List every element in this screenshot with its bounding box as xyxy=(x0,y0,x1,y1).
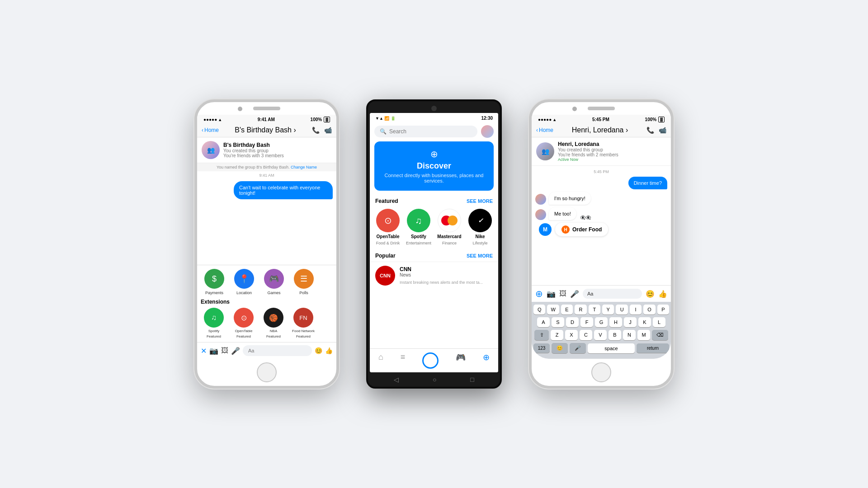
key-F[interactable]: F xyxy=(580,317,593,327)
ext-nba[interactable]: 🏀 NBA Featured xyxy=(260,308,287,338)
android-spacer xyxy=(370,289,498,348)
discover-banner[interactable]: ⊕ Discover Connect directly with busines… xyxy=(374,141,494,191)
android-center: ▼▲ 📶 🔋 12:30 🔍 Search ⊕ Discover Connect… xyxy=(366,99,502,389)
key-space[interactable]: space xyxy=(588,343,635,353)
camera-icon-left[interactable]: 📷 xyxy=(209,347,218,355)
opentable-feat-icon: ⊙ xyxy=(376,209,400,232)
keyboard-row-bottom: 123 😊 🎤 space return xyxy=(533,343,669,353)
phone-icon-right[interactable]: 📞 xyxy=(646,127,654,134)
key-U[interactable]: U xyxy=(616,305,627,314)
key-delete[interactable]: ⌫ xyxy=(652,330,668,340)
key-G[interactable]: G xyxy=(595,317,608,327)
plus-icon-right[interactable]: ⊕ xyxy=(535,288,543,299)
compose-nav-button[interactable] xyxy=(422,352,439,369)
back-button-right[interactable]: ‹ Home xyxy=(536,127,553,133)
photo-icon-left[interactable]: 🖼 xyxy=(221,347,228,355)
featured-spotify[interactable]: ♫ Spotify Entertainment xyxy=(406,209,431,245)
key-X[interactable]: X xyxy=(565,330,578,340)
key-I[interactable]: I xyxy=(630,305,642,314)
featured-opentable[interactable]: ⊙ OpenTable Food & Drink xyxy=(375,209,401,245)
emoji-icon-left[interactable]: 😊 xyxy=(315,347,322,354)
see-more-popular[interactable]: SEE MORE xyxy=(467,253,493,258)
key-M[interactable]: M xyxy=(637,330,650,340)
quick-action-games[interactable]: 🎮 Games xyxy=(260,269,288,295)
keyboard-row-2: A S D F G H J K L xyxy=(533,317,669,327)
key-P[interactable]: P xyxy=(657,305,669,314)
home-nav-icon[interactable]: ⌂ xyxy=(378,352,383,369)
rename-link[interactable]: Change Name xyxy=(291,165,317,169)
close-icon-left[interactable]: ✕ xyxy=(201,347,207,355)
game-nav-icon[interactable]: 🎮 xyxy=(456,352,466,369)
key-return[interactable]: return xyxy=(637,343,669,353)
key-E[interactable]: E xyxy=(561,305,573,314)
recents-hw-button[interactable]: □ xyxy=(470,376,474,383)
featured-nike[interactable]: ✓ Nike Lifestyle xyxy=(467,209,493,245)
key-R[interactable]: R xyxy=(575,305,586,314)
user-avatar-android[interactable] xyxy=(481,125,494,138)
home-button-right[interactable] xyxy=(591,362,611,382)
quick-action-location[interactable]: 📍 Location xyxy=(231,269,258,295)
key-C[interactable]: C xyxy=(580,330,592,340)
key-S[interactable]: S xyxy=(552,317,564,327)
video-icon-right[interactable]: 📹 xyxy=(659,127,666,134)
emoji-icon-right[interactable]: 😊 xyxy=(646,290,655,298)
key-W[interactable]: W xyxy=(547,305,559,314)
key-D[interactable]: D xyxy=(566,317,579,327)
key-J[interactable]: J xyxy=(624,317,637,327)
video-icon-left[interactable]: 📹 xyxy=(324,127,332,134)
ext-opentable[interactable]: ⊙ OpenTable Featured xyxy=(231,308,257,338)
key-B[interactable]: B xyxy=(609,330,621,340)
order-food-badge[interactable]: H Order Food xyxy=(555,223,608,236)
ext-spotify[interactable]: ♫ Spotify Featured xyxy=(201,308,227,338)
group-name-left: B's Birthday Bash xyxy=(223,142,284,148)
key-V[interactable]: V xyxy=(594,330,607,340)
nav-title-text-right: Henri, Loredana xyxy=(572,126,624,134)
iphone-right-screen: ●●●●● ▲ 5:45 PM 100% ▓ ‹ Home Henri, Lor… xyxy=(532,115,671,359)
home-hw-button[interactable]: ○ xyxy=(433,376,436,383)
list-nav-icon[interactable]: ≡ xyxy=(401,352,406,369)
home-button-left[interactable] xyxy=(257,362,277,382)
back-label-right[interactable]: Home xyxy=(539,127,553,133)
key-K[interactable]: K xyxy=(638,317,651,327)
key-mic[interactable]: 🎤 xyxy=(570,343,586,353)
camera-icon-right[interactable]: 📷 xyxy=(547,290,556,298)
key-T[interactable]: T xyxy=(589,305,600,314)
quick-action-payments[interactable]: $ Payments xyxy=(201,269,228,295)
key-H[interactable]: H xyxy=(609,317,622,327)
thumbsup-icon-right[interactable]: 👍 xyxy=(658,290,667,298)
see-more-featured[interactable]: SEE MORE xyxy=(467,198,493,204)
search-input-android[interactable]: 🔍 Search xyxy=(374,126,477,137)
mic-icon-right[interactable]: 🎤 xyxy=(570,290,579,298)
key-shift[interactable]: ⇧ xyxy=(534,330,549,340)
ext-foodnetwork[interactable]: FN Food Network Featured xyxy=(290,308,316,338)
quick-action-polls[interactable]: ☰ Polls xyxy=(290,269,317,295)
nav-bar-left: ‹ Home B's Birthday Bash › 📞 📹 xyxy=(197,123,336,137)
key-emoji[interactable]: 😊 xyxy=(552,343,568,353)
games-label: Games xyxy=(267,291,280,295)
discover-nav-icon[interactable]: ⊕ xyxy=(483,352,490,369)
thumbsup-icon-left[interactable]: 👍 xyxy=(325,347,333,354)
popular-cnn[interactable]: CNN CNN News Instant breaking news alert… xyxy=(370,262,498,289)
back-hw-button[interactable]: ◁ xyxy=(394,376,399,383)
key-123[interactable]: 123 xyxy=(533,343,550,353)
key-Z[interactable]: Z xyxy=(551,330,563,340)
message-input-right[interactable]: Aa xyxy=(583,289,642,299)
back-label-left[interactable]: Home xyxy=(204,127,219,133)
key-A[interactable]: A xyxy=(537,317,550,327)
mic-icon-left[interactable]: 🎤 xyxy=(231,347,240,355)
polls-icon: ☰ xyxy=(294,269,314,289)
key-L[interactable]: L xyxy=(653,317,665,327)
featured-mastercard[interactable]: Mastercard Finance xyxy=(437,209,462,245)
group-members-left: You're friends with 3 members xyxy=(223,153,284,158)
spotify-label: Spotify xyxy=(208,329,219,333)
back-button-left[interactable]: ‹ Home xyxy=(202,127,219,133)
key-Y[interactable]: Y xyxy=(602,305,614,314)
discover-icon: ⊕ xyxy=(382,149,486,160)
phone-icon-left[interactable]: 📞 xyxy=(312,127,320,134)
battery-icon-right: ▓ xyxy=(658,117,665,122)
photo-icon-right[interactable]: 🖼 xyxy=(559,290,566,298)
message-input-left[interactable]: Aa xyxy=(243,345,312,356)
key-N[interactable]: N xyxy=(623,330,636,340)
key-O[interactable]: O xyxy=(643,305,655,314)
key-Q[interactable]: Q xyxy=(533,305,545,314)
